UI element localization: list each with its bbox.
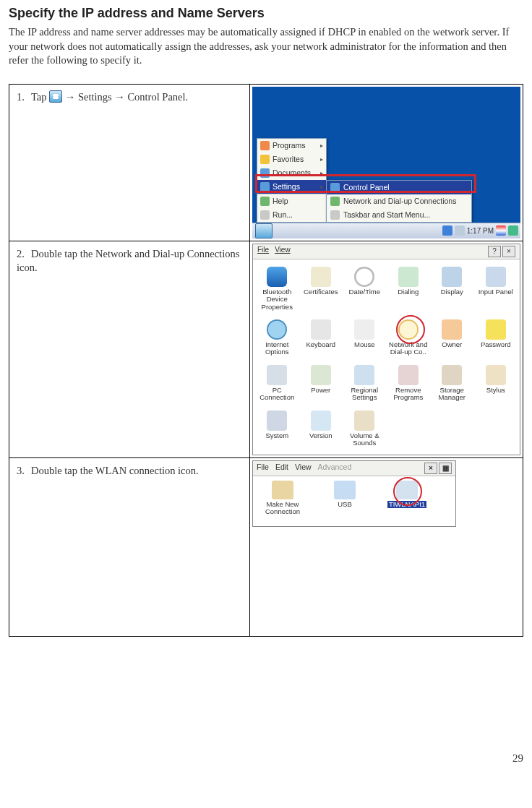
cp-certificates[interactable]: Certificates xyxy=(300,265,343,312)
screenshot-network-connections: File Edit View Advanced × ▦ Make New Con… xyxy=(252,460,456,527)
settings-submenu: Control Panel Network and Dial-up Connec… xyxy=(326,180,472,223)
steps-table: 1.Tap → Settings → Control Panel. Progra… xyxy=(9,84,523,637)
step-3: 3.Double tap the WLAN connection icon. xyxy=(14,464,245,478)
cp-version[interactable]: Version xyxy=(300,409,343,449)
cp-display[interactable]: Display xyxy=(431,265,473,312)
cp-password[interactable]: Password xyxy=(475,318,518,358)
menu-programs[interactable]: Programs▸ xyxy=(257,139,326,152)
tray-icon[interactable] xyxy=(455,225,465,236)
cp-volume[interactable]: Volume & Sounds xyxy=(343,409,386,449)
nc-menu-advanced[interactable]: Advanced xyxy=(318,463,352,474)
nc-menu-edit[interactable]: Edit xyxy=(275,463,288,474)
cp-datetime[interactable]: Date/Time xyxy=(343,265,386,312)
cp-keyboard[interactable]: Keyboard xyxy=(300,318,343,358)
cp-menu-file[interactable]: File xyxy=(257,246,269,257)
taskbar: 1:17 PM xyxy=(252,223,520,238)
nc-close-button[interactable]: × xyxy=(424,463,437,474)
menu-favorites[interactable]: Favorites▸ xyxy=(257,152,326,166)
cp-owner[interactable]: Owner xyxy=(431,318,473,358)
start-menu: Programs▸ Favorites▸ Documents▸ Settings… xyxy=(257,138,327,223)
cp-menubar: File View ? × xyxy=(253,244,520,259)
close-button[interactable]: × xyxy=(502,246,515,257)
tray-desktop-icon[interactable] xyxy=(508,225,518,236)
nc-usb[interactable]: USB xyxy=(319,481,370,516)
nc-menu-view[interactable]: View xyxy=(295,463,312,474)
cp-remove-programs[interactable]: Remove Programs xyxy=(387,364,430,403)
nc-menu-file[interactable]: File xyxy=(257,463,269,474)
cp-storage[interactable]: Storage Manager xyxy=(431,364,473,403)
intro-paragraph: The IP address and name server addresses… xyxy=(9,25,523,68)
start-icon xyxy=(49,90,62,103)
menu-documents[interactable]: Documents▸ xyxy=(257,166,326,180)
cp-pc-connection[interactable]: PC Connection xyxy=(256,364,299,403)
screenshot-start-menu: Programs▸ Favorites▸ Documents▸ Settings… xyxy=(252,87,520,238)
control-panel-grid: Bluetooth Device Properties Certificates… xyxy=(253,259,520,455)
cp-internet-options[interactable]: Internet Options xyxy=(256,318,299,358)
cp-bluetooth[interactable]: Bluetooth Device Properties xyxy=(256,265,299,312)
page-title: Specify the IP address and Name Servers xyxy=(9,6,523,21)
page-number: 29 xyxy=(9,752,523,765)
screenshot-control-panel: File View ? × Bluetooth Device Propertie… xyxy=(252,244,520,455)
menu-run[interactable]: Run... xyxy=(257,208,326,222)
menu-help[interactable]: Help xyxy=(257,194,326,208)
submenu-control-panel[interactable]: Control Panel xyxy=(327,181,471,194)
menu-settings[interactable]: Settings▸ xyxy=(257,180,326,194)
step-1: 1.Tap → Settings → Control Panel. xyxy=(14,90,245,105)
tray-icon[interactable] xyxy=(442,225,452,236)
nc-menubar: File Edit View Advanced × ▦ xyxy=(253,461,455,476)
cp-stylus[interactable]: Stylus xyxy=(475,364,518,403)
cp-network-dialup[interactable]: Network and Dial-up Co.. xyxy=(387,318,430,358)
cp-system[interactable]: System xyxy=(256,409,299,449)
nc-icons-row: Make New Connection USB TIWLNAPI1 xyxy=(253,476,455,526)
nc-wlan[interactable]: TIWLNAPI1 xyxy=(382,481,432,516)
submenu-taskbar[interactable]: Taskbar and Start Menu... xyxy=(327,208,471,222)
system-tray: 1:17 PM xyxy=(442,225,520,236)
help-button[interactable]: ? xyxy=(488,246,501,257)
taskbar-start-button[interactable] xyxy=(255,223,273,238)
cp-power[interactable]: Power xyxy=(300,364,343,403)
cp-menu-view[interactable]: View xyxy=(275,246,291,257)
tray-clock: 1:17 PM xyxy=(467,227,494,235)
cp-input-panel[interactable]: Input Panel xyxy=(475,265,518,312)
nc-make-new[interactable]: Make New Connection xyxy=(257,481,308,516)
tray-flag-icon[interactable] xyxy=(496,225,506,236)
step-2: 2.Double tap the Network and Dial-up Con… xyxy=(14,247,245,275)
cp-dialing[interactable]: Dialing xyxy=(387,265,430,312)
cp-mouse[interactable]: Mouse xyxy=(343,318,386,358)
submenu-network-dialup[interactable]: Network and Dial-up Connections xyxy=(327,194,471,208)
cp-regional[interactable]: Regional Settings xyxy=(343,364,386,403)
nc-extra-button[interactable]: ▦ xyxy=(439,463,452,474)
